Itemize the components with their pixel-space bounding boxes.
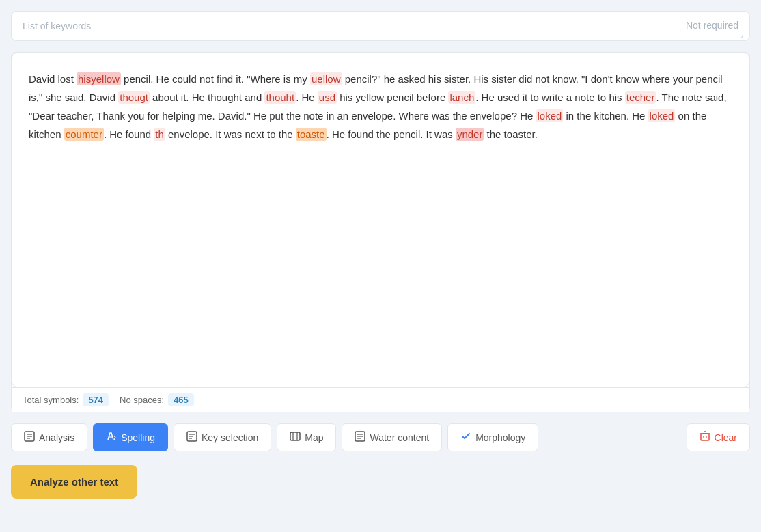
tab-map-label: Map — [305, 432, 323, 443]
analyzed-text: David lost hisyellow pencil. He could no… — [29, 70, 732, 143]
no-spaces-value: 465 — [168, 393, 194, 406]
highlight-hisyellow: hisyellow — [77, 72, 121, 85]
highlight-loked-2: loked — [648, 109, 676, 122]
tabs-container: Analysis Spelling Key selection — [11, 423, 750, 451]
spelling-icon — [106, 431, 117, 444]
highlight-ynder: ynder — [456, 128, 484, 141]
keywords-placeholder: List of keywords — [23, 20, 91, 31]
analyzed-text-container: David lost hisyellow pencil. He could no… — [12, 53, 749, 387]
no-spaces-stat: No spaces: 465 — [120, 393, 194, 406]
key-selection-icon — [186, 431, 197, 444]
text-area-wrapper: David lost hisyellow pencil. He could no… — [12, 53, 749, 387]
tab-analysis[interactable]: Analysis — [11, 423, 87, 451]
tab-morphology[interactable]: Morphology — [447, 423, 538, 451]
highlight-th: th — [154, 128, 165, 141]
total-symbols-value: 574 — [83, 393, 109, 406]
analyze-other-text-button[interactable]: Analyze other text — [11, 465, 137, 499]
highlight-coumter: coumter — [64, 128, 104, 141]
map-icon — [290, 431, 301, 444]
no-spaces-label: No spaces: — [120, 395, 164, 405]
keywords-container: List of keywords Not required ⌟ — [11, 11, 750, 41]
morphology-icon — [460, 431, 471, 444]
clear-button[interactable]: Clear — [687, 423, 750, 451]
clear-btn-label: Clear — [715, 432, 737, 443]
tab-water-content[interactable]: Water content — [342, 423, 442, 451]
total-symbols-stat: Total symbols: 574 — [23, 393, 109, 406]
tab-key-selection-label: Key selection — [202, 432, 258, 443]
highlight-techer: techer — [625, 91, 656, 104]
tab-water-content-label: Water content — [370, 432, 429, 443]
highlight-loked-1: loked — [536, 109, 564, 122]
svg-rect-16 — [701, 434, 709, 440]
highlight-toaste: toaste — [296, 128, 327, 141]
tab-map[interactable]: Map — [277, 423, 336, 451]
tab-spelling-label: Spelling — [121, 432, 155, 443]
highlight-uellow: uellow — [310, 72, 342, 85]
analysis-icon — [24, 431, 35, 444]
resize-handle[interactable]: ⌟ — [740, 31, 748, 39]
highlight-thougt: thougt — [118, 91, 150, 104]
clear-icon — [700, 431, 710, 444]
tab-analysis-label: Analysis — [39, 432, 74, 443]
water-content-icon — [355, 431, 365, 444]
svg-rect-9 — [290, 432, 300, 440]
stats-row: Total symbols: 574 No spaces: 465 — [12, 387, 749, 412]
tab-key-selection[interactable]: Key selection — [174, 423, 271, 451]
tab-spelling[interactable]: Spelling — [93, 423, 168, 451]
total-symbols-label: Total symbols: — [23, 395, 79, 405]
tab-morphology-label: Morphology — [475, 432, 525, 443]
highlight-usd: usd — [318, 91, 337, 104]
highlight-thouht: thouht — [264, 91, 296, 104]
text-analysis-section: David lost hisyellow pencil. He could no… — [11, 52, 750, 412]
keywords-required-label: Not required — [686, 20, 738, 31]
highlight-lanch: lanch — [448, 91, 475, 104]
